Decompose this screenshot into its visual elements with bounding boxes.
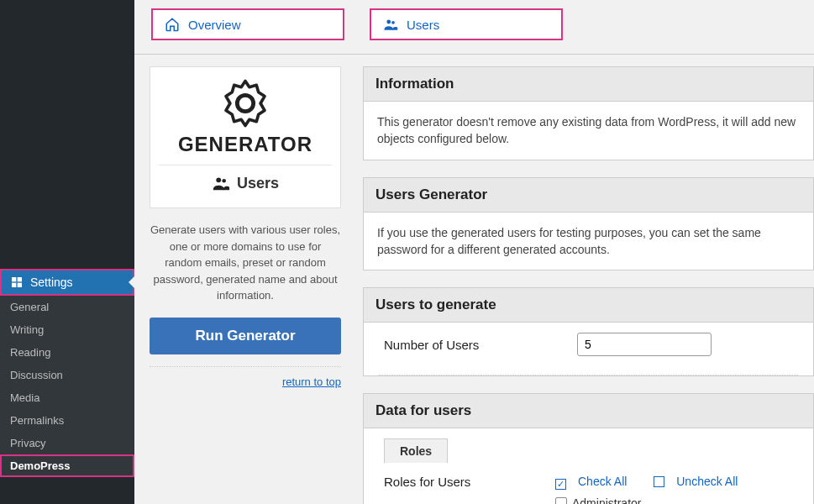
page-tabs: Overview Users xyxy=(134,0,814,55)
return-to-top: return to top xyxy=(150,366,341,388)
svg-point-6 xyxy=(216,177,221,182)
panel-information-title: Information xyxy=(364,67,813,102)
svg-point-7 xyxy=(222,179,226,183)
tab-users[interactable]: Users xyxy=(370,8,563,40)
panel-users-generator-title: Users Generator xyxy=(364,178,813,213)
uncheck-all-link[interactable]: Uncheck All xyxy=(654,475,749,488)
checkbox-icon xyxy=(654,476,664,487)
gear-icon xyxy=(221,79,270,128)
svg-point-5 xyxy=(391,21,395,24)
number-of-users-input[interactable] xyxy=(577,333,712,356)
svg-rect-1 xyxy=(18,277,22,281)
tab-overview[interactable]: Overview xyxy=(151,8,344,40)
panel-users-to-generate: Users to generate Number of Users xyxy=(363,287,814,376)
generator-sidebar: GENERATOR Users Generate users with vari… xyxy=(134,55,353,504)
sidebar-sub-demopress[interactable]: DemoPress xyxy=(0,454,134,477)
settings-icon xyxy=(10,276,24,289)
panel-data-for-users: Data for users Roles Roles for Users Che… xyxy=(363,393,814,504)
check-all-link[interactable]: Check All xyxy=(555,475,638,488)
users-icon xyxy=(383,17,398,32)
sidebar-sub-media[interactable]: Media xyxy=(0,386,134,409)
sidebar-sub-reading[interactable]: Reading xyxy=(0,341,134,364)
generator-title: GENERATOR xyxy=(159,133,332,165)
sidebar-submenu: General Writing Reading Discussion Media… xyxy=(0,296,134,477)
users-icon xyxy=(212,174,230,192)
svg-rect-0 xyxy=(12,277,16,281)
home-icon xyxy=(165,17,180,32)
sidebar-sub-privacy[interactable]: Privacy xyxy=(0,432,134,454)
subtab-roles[interactable]: Roles xyxy=(384,438,448,463)
panel-information-body: This generator doesn't remove any existi… xyxy=(364,102,813,160)
sidebar-sub-permalinks[interactable]: Permalinks xyxy=(0,409,134,432)
sidebar-sub-discussion[interactable]: Discussion xyxy=(0,364,134,386)
roles-for-users-label: Roles for Users xyxy=(384,475,555,489)
checkbox-icon xyxy=(555,497,567,504)
sidebar-sub-writing[interactable]: Writing xyxy=(0,318,134,341)
settings-label: Settings xyxy=(30,276,73,289)
generator-subtitle: Users xyxy=(159,174,332,192)
admin-sidebar: Settings General Writing Reading Discuss… xyxy=(0,0,134,504)
panel-users-to-generate-title: Users to generate xyxy=(364,288,813,323)
svg-rect-3 xyxy=(18,283,22,287)
generator-description: Generate users with various user roles, … xyxy=(150,222,341,304)
return-to-top-link[interactable]: return to top xyxy=(282,375,341,388)
panel-information: Information This generator doesn't remov… xyxy=(363,66,814,160)
generator-card: GENERATOR Users xyxy=(150,66,341,208)
panel-users-generator-body: If you use the generated users for testi… xyxy=(364,213,813,270)
number-of-users-label: Number of Users xyxy=(384,338,577,352)
tab-users-label: Users xyxy=(407,18,439,32)
role-option-administrator[interactable]: Administrator xyxy=(555,496,813,504)
svg-rect-2 xyxy=(12,283,16,287)
panel-users-generator: Users Generator If you use the generated… xyxy=(363,177,814,271)
run-generator-button[interactable]: Run Generator xyxy=(150,318,341,354)
tab-overview-label: Overview xyxy=(188,18,241,32)
sidebar-sub-general[interactable]: General xyxy=(0,296,134,318)
checkbox-icon xyxy=(555,479,566,490)
panel-data-for-users-title: Data for users xyxy=(364,394,813,428)
sidebar-item-settings[interactable]: Settings xyxy=(0,269,134,296)
svg-point-4 xyxy=(386,20,391,24)
